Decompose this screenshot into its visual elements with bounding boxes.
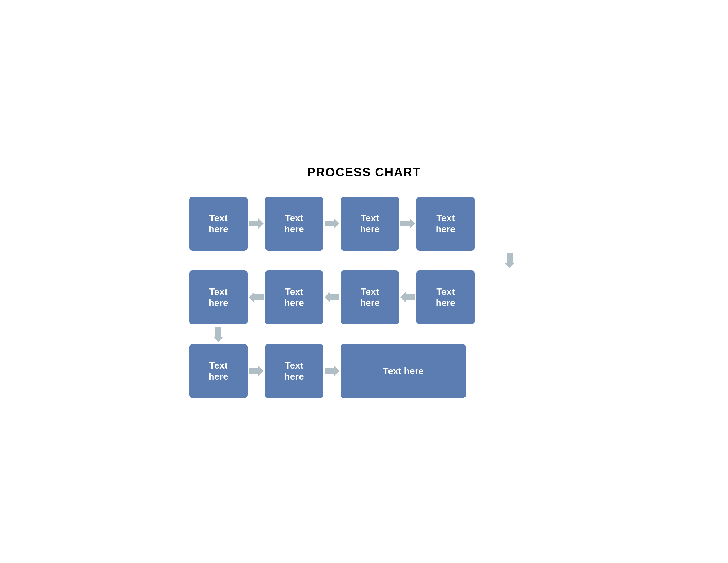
box-r3b3[interactable]: Text here	[341, 344, 466, 398]
box-r1b2[interactable]: Text here	[265, 197, 323, 250]
box-r2b1[interactable]: Text here	[189, 270, 248, 324]
arrow-right-2	[323, 218, 341, 229]
box-r3b1[interactable]: Text here	[189, 344, 248, 398]
svg-marker-7	[213, 327, 224, 342]
row-1: Text here Text here Text here	[189, 197, 539, 250]
svg-marker-1	[325, 218, 339, 229]
vertical-arrow-right	[189, 250, 539, 270]
arrow-right-5	[323, 366, 341, 376]
svg-marker-5	[325, 292, 339, 303]
box-r2b3[interactable]: Text here	[341, 270, 399, 324]
arrow-left-3	[399, 292, 416, 303]
chart-area: Text here Text here Text here	[189, 197, 539, 398]
svg-marker-4	[249, 292, 264, 303]
arrow-right-4	[248, 366, 265, 376]
page-container: PROCESS CHART Text here Text here	[189, 165, 539, 398]
arrow-right-1	[248, 218, 265, 229]
svg-marker-9	[325, 366, 339, 376]
box-r2b2[interactable]: Text here	[265, 270, 323, 324]
box-r1b3[interactable]: Text here	[341, 197, 399, 250]
box-r1b4[interactable]: Text here	[416, 197, 475, 250]
svg-marker-2	[400, 218, 415, 229]
box-r3b2[interactable]: Text here	[265, 344, 323, 398]
svg-marker-6	[400, 292, 415, 303]
arrow-right-3	[399, 218, 416, 229]
box-r2b4[interactable]: Text here	[416, 270, 475, 324]
svg-marker-3	[504, 253, 515, 268]
box-r1b1[interactable]: Text here	[189, 197, 248, 250]
arrow-left-2	[323, 292, 341, 303]
svg-marker-0	[249, 218, 264, 229]
vertical-arrow-left	[189, 324, 539, 344]
svg-marker-8	[249, 366, 264, 376]
page-title: PROCESS CHART	[189, 165, 539, 179]
row-2: Text here Text here Text here	[189, 270, 539, 324]
arrow-left-1	[248, 292, 265, 303]
row-3: Text here Text here Text here	[189, 344, 539, 398]
